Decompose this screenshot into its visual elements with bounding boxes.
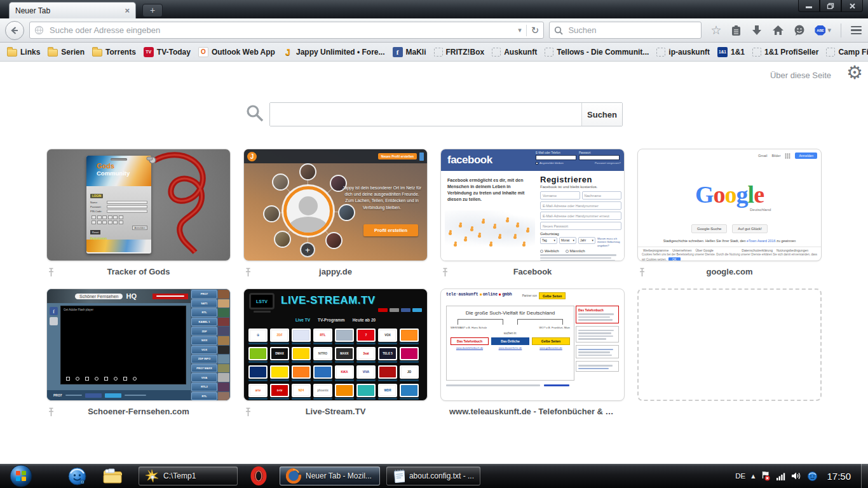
tile-title[interactable]: google.com	[637, 267, 822, 276]
hidden-icons-caret[interactable]: ▲	[751, 473, 755, 479]
channel-logo-box: 3sat	[356, 347, 376, 360]
channel-caption	[292, 342, 311, 344]
channel-caption	[400, 361, 419, 363]
tab-close-icon[interactable]: ×	[125, 6, 130, 15]
tile-title[interactable]: jappy.de	[243, 267, 428, 276]
show-desktop-button[interactable]	[861, 464, 868, 488]
language-indicator[interactable]: DE	[735, 472, 745, 480]
empty-tile[interactable]	[637, 288, 822, 401]
tile-thumbnail[interactable]: Gods Community LOGIN Name: Passwort: PIN…	[46, 149, 231, 261]
tile-title[interactable]: Live-Stream.TV	[243, 407, 428, 416]
back-arrow-icon	[9, 25, 20, 36]
channel-label: PRO7 MAXX	[191, 364, 217, 373]
pin-icon[interactable]	[442, 268, 449, 277]
pin-icon[interactable]	[48, 407, 55, 417]
bookmark-item[interactable]: Torrents	[88, 45, 140, 58]
taskbar-button-firefox[interactable]: Neuer Tab - Mozil...	[280, 466, 380, 485]
channel-logo: N24	[293, 385, 309, 396]
gear-icon[interactable]: ⚙	[846, 64, 863, 82]
avatar	[299, 163, 316, 180]
channel-tile	[292, 365, 311, 381]
minimize-button[interactable]	[798, 0, 820, 12]
pin-icon[interactable]	[245, 407, 252, 417]
search-bar[interactable]	[549, 22, 702, 39]
tile-title[interactable]: www.teleauskunft.de - Telefonbücher & lo…	[440, 407, 625, 416]
tile-thumbnail[interactable]: facebook E-Mail oder Telefon Passwort An…	[440, 149, 625, 261]
channel-logo	[358, 385, 374, 396]
ta-side-box	[576, 345, 619, 359]
reload-icon[interactable]: ↻	[531, 25, 539, 36]
adblock-edge-button[interactable]: ABE ▾	[815, 25, 831, 36]
restore-button[interactable]	[820, 0, 841, 12]
channel-label: VIVA	[191, 373, 217, 382]
bookmark-item[interactable]: Links	[3, 45, 44, 58]
action-center-flag-icon[interactable]	[761, 471, 771, 481]
url-bar[interactable]: ▾ ↻	[29, 22, 544, 39]
pin-icon[interactable]	[639, 268, 646, 277]
register-title: Registrieren	[540, 175, 621, 184]
bookmarks-toolbar: LinksSerienTorrentsTVTV-TodayOOutlook We…	[0, 43, 868, 62]
tile-thumbnail[interactable]: tele·auskunft online gmbh Partner von Ge…	[440, 288, 625, 401]
opera-icon[interactable]	[248, 465, 269, 487]
channel-logo: WDR	[379, 385, 396, 396]
windows-explorer-icon[interactable]	[102, 465, 123, 487]
network-signal-icon[interactable]	[776, 472, 785, 480]
bookmarks-menu-icon[interactable]	[731, 25, 742, 36]
tile-thumbnail[interactable]: LSTV LIVE-STREAM.TV Live TV TV-Programm …	[243, 288, 428, 401]
newtab-search-input[interactable]	[270, 103, 581, 126]
bookmark-item[interactable]: Camp Firefox	[822, 46, 868, 58]
tile-thumbnail[interactable]: Schöner Fernsehen HQ f Get Adobe Flash p…	[46, 288, 231, 401]
new-tab-button[interactable]: +	[142, 4, 163, 17]
channel-thumb	[218, 336, 229, 345]
about-page-link[interactable]: Über diese Seite	[770, 71, 831, 80]
system-tray: DE ▲ 17:50	[735, 464, 868, 488]
newtab-search-button[interactable]: Suchen	[581, 103, 622, 126]
bookmark-item[interactable]: Serien	[44, 45, 88, 58]
channel-tile	[248, 365, 268, 381]
tile-title[interactable]: Tracker of Gods	[46, 267, 231, 276]
taskbar-button-notepad[interactable]: about.config.txt - ...	[386, 466, 480, 485]
bookmark-label: Links	[20, 48, 40, 57]
search-input[interactable]	[567, 25, 696, 36]
url-input[interactable]	[48, 25, 513, 36]
bookmark-item[interactable]: TVTV-Today	[140, 45, 194, 59]
blue-smiley-app-icon[interactable]	[66, 465, 88, 487]
google-logo-letter: e	[754, 181, 764, 208]
pin-icon[interactable]	[245, 268, 252, 277]
blue-smiley-tray-icon[interactable]	[807, 471, 818, 482]
feedback-smiley-icon[interactable]	[794, 25, 805, 36]
taskbar-button-temp1[interactable]: C:\Temp1	[139, 466, 238, 485]
channel-logo-box: ①	[248, 329, 268, 342]
close-button[interactable]	[841, 0, 863, 12]
bookmark-item[interactable]: 1&11&1	[714, 45, 749, 59]
bookmark-item[interactable]: Auskunft	[488, 46, 541, 58]
pin-icon[interactable]	[48, 268, 55, 277]
bookmark-item[interactable]: Tellows - Die Communit...	[541, 46, 653, 58]
tab-neuer-tab[interactable]: Neuer Tab ×	[9, 2, 136, 18]
legal-text-bars	[540, 254, 621, 261]
menu-button[interactable]	[851, 26, 862, 35]
livestream-logo: LIVE-STREAM.TV	[281, 294, 376, 307]
bookmark-item[interactable]: OOutlook Web App	[194, 45, 279, 59]
back-button[interactable]	[5, 21, 24, 40]
volume-icon[interactable]	[791, 471, 801, 480]
tab-title: Neuer Tab	[15, 6, 125, 15]
start-button[interactable]	[9, 464, 33, 488]
clock[interactable]: 17:50	[827, 471, 851, 482]
bookmark-item[interactable]: ip-auskunft	[653, 46, 714, 58]
bookmark-item[interactable]: fMaKli	[389, 45, 430, 59]
tile-thumbnail[interactable]: J Neues Profil erstellen	[243, 149, 428, 261]
tile-title[interactable]: Facebook	[440, 267, 625, 276]
bookmark-item[interactable]: 1&1 ProfiSeller	[749, 46, 822, 58]
channel-logo-box	[400, 384, 419, 397]
bookmark-item[interactable]: JJappy Unlimited • Fore...	[279, 45, 389, 59]
tile-thumbnail[interactable]: Gmail Bilder Anmelden Google Deutschland…	[637, 149, 822, 261]
bookmark-star-icon[interactable]: ☆	[710, 24, 721, 36]
bookmark-item[interactable]: FRITZ!Box	[430, 46, 489, 58]
home-icon[interactable]	[772, 25, 784, 36]
tile-title[interactable]: Schoener-Fernsehen.com	[46, 407, 231, 416]
toolbar-divider	[841, 24, 841, 37]
close-icon	[849, 3, 856, 10]
url-dropdown-icon[interactable]: ▾	[518, 26, 522, 34]
downloads-icon[interactable]	[751, 25, 763, 36]
